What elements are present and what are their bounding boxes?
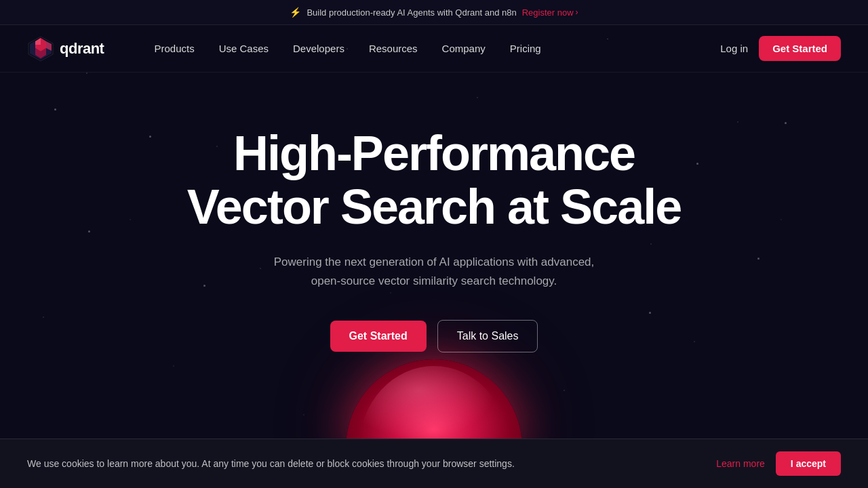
cookie-banner: We use cookies to learn more about you. …: [0, 439, 868, 488]
logo-icon: [27, 35, 54, 62]
get-started-nav-button[interactable]: Get Started: [759, 36, 841, 61]
hero-talk-to-sales-button[interactable]: Talk to Sales: [437, 320, 538, 352]
cookie-learn-more-link[interactable]: Learn more: [716, 458, 765, 469]
nav-links: Products Use Cases Developers Resources …: [144, 37, 720, 60]
cookie-accept-button[interactable]: I accept: [776, 451, 841, 476]
hero-get-started-button[interactable]: Get Started: [330, 321, 427, 352]
logo-text: qdrant: [60, 40, 104, 58]
nav-item-company[interactable]: Company: [433, 37, 495, 60]
navbar: qdrant Products Use Cases Developers Res…: [0, 25, 868, 73]
hero-buttons: Get Started Talk to Sales: [330, 320, 538, 352]
hero-subtitle: Powering the next generation of AI appli…: [258, 253, 610, 289]
logo[interactable]: qdrant: [27, 35, 104, 62]
nav-item-resources[interactable]: Resources: [359, 37, 427, 60]
arrow-icon: ›: [576, 7, 578, 17]
cookie-text: We use cookies to learn more about you. …: [27, 458, 703, 469]
globe-orb: [346, 359, 522, 447]
nav-item-pricing[interactable]: Pricing: [500, 37, 551, 60]
hero-section: High-Performance Vector Search at Scale …: [0, 73, 868, 352]
cookie-actions: Learn more I accept: [716, 451, 841, 476]
globe-decoration: [346, 359, 522, 447]
hero-title: High-Performance Vector Search at Scale: [170, 127, 698, 234]
nav-item-developers[interactable]: Developers: [283, 37, 354, 60]
announcement-text: Build production-ready AI Agents with Qd…: [307, 7, 516, 18]
nav-item-use-cases[interactable]: Use Cases: [210, 37, 278, 60]
login-link[interactable]: Log in: [720, 43, 748, 54]
lightning-icon: ⚡: [290, 7, 301, 18]
announcement-bar: ⚡ Build production-ready AI Agents with …: [0, 0, 868, 25]
register-link[interactable]: Register now ›: [522, 7, 578, 18]
nav-actions: Log in Get Started: [720, 36, 841, 61]
nav-item-products[interactable]: Products: [144, 37, 203, 60]
